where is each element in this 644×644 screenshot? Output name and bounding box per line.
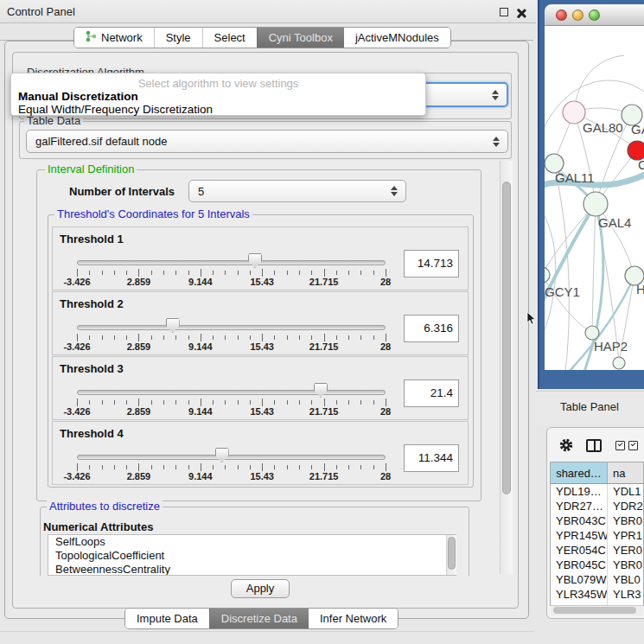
network-node[interactable] (613, 357, 625, 369)
slider-tick (89, 271, 90, 275)
threshold-panel-2: Threshold 2-3.4262.8599.14415.4321.71528… (52, 291, 469, 355)
tab-network[interactable]: Network (74, 28, 154, 48)
slider-thumb[interactable] (314, 383, 328, 398)
table-row[interactable]: YBR043CYBR0 (551, 513, 643, 528)
close-traffic-light-icon[interactable] (556, 10, 567, 21)
slider-thumb[interactable] (166, 318, 180, 333)
checkbox-checked-icon[interactable] (628, 441, 638, 450)
table-cell[interactable]: YDR27… (551, 499, 608, 513)
slider-tick (373, 335, 374, 340)
table-cell[interactable]: YBR0 (608, 558, 643, 572)
slider-tick-label: -3.426 (51, 277, 103, 287)
table-cell[interactable]: YLR3 (608, 587, 643, 602)
slider-thumb[interactable] (248, 253, 262, 268)
table-cell[interactable]: YLR345W (551, 587, 608, 602)
table-cell[interactable]: YBR045C (551, 558, 608, 572)
attribute-item-topologicalcoefficient[interactable]: TopologicalCoefficient (48, 549, 456, 563)
table-row[interactable]: YLR345WYLR3 (551, 587, 643, 602)
tab-select[interactable]: Select (202, 28, 257, 48)
tab-infer-network[interactable]: Infer Network (309, 609, 398, 628)
table-cell[interactable]: YBL079W (551, 572, 608, 587)
tab-label: Style (166, 31, 191, 44)
table-panel-title: Table Panel (560, 400, 619, 413)
table-cell[interactable]: YBL0 (608, 572, 643, 587)
table-cell[interactable]: YDL19… (551, 484, 608, 499)
slider-tick-label: 28 (360, 341, 411, 352)
slider-tick (201, 399, 201, 406)
slider-tick (175, 335, 176, 340)
tab-impute-data[interactable]: Impute Data (125, 609, 209, 628)
attributes-scrollbar-thumb[interactable] (448, 537, 456, 570)
zoom-traffic-light-icon[interactable] (589, 10, 600, 21)
attributes-list-scrollbar[interactable] (446, 535, 456, 575)
table-cell[interactable]: YBR043C (551, 513, 608, 528)
close-icon[interactable] (516, 8, 526, 17)
slider-tick (77, 334, 78, 341)
slider-tick (262, 463, 263, 471)
numerical-attributes-label: Numerical Attributes (43, 520, 153, 533)
table-cell[interactable]: YPR145W (551, 528, 608, 543)
table-cell[interactable]: YER054C (551, 543, 608, 558)
apply-button[interactable]: Apply (231, 579, 290, 598)
threshold-value-field[interactable]: 11.344 (404, 444, 459, 472)
table-column-header[interactable]: shared… (551, 462, 608, 483)
table-cell[interactable]: YER0 (608, 543, 643, 558)
attribute-item-betweennesscentrality[interactable]: BetweennessCentrality (48, 563, 456, 576)
tab-cyni-toolbox[interactable]: Cyni Toolbox (257, 28, 344, 48)
table-hscrollbar-thumb[interactable] (553, 607, 636, 614)
tab-label: Infer Network (320, 612, 386, 625)
checkbox-checked-icon[interactable] (615, 441, 625, 450)
slider-thumb[interactable] (215, 448, 229, 462)
network-icon (86, 30, 97, 45)
threshold-value-field[interactable]: 6.316 (404, 315, 459, 342)
table-row[interactable]: YPR145WYPR1 (551, 528, 643, 543)
control-panel-title: Control Panel (7, 5, 75, 18)
slider-tick (360, 465, 361, 469)
control-panel-titlebar (0, 0, 536, 23)
table-column-header[interactable]: na (608, 462, 643, 483)
threshold-value-field[interactable]: 21.4 (404, 379, 459, 407)
table-row[interactable]: YBR045CYBR0 (551, 558, 643, 572)
table-row[interactable]: YBL079WYBL0 (551, 572, 643, 587)
table-row[interactable]: YDL19…YDL1 (551, 484, 643, 499)
table-row[interactable]: YDR27…YDR2 (551, 499, 643, 513)
settings-scrollbar[interactable] (500, 161, 513, 574)
slider-tick (77, 269, 78, 277)
table-cell[interactable]: YPR1 (608, 528, 643, 543)
slider-tick-label: 9.144 (175, 341, 226, 352)
network-node[interactable] (545, 267, 550, 283)
float-window-icon[interactable] (500, 8, 508, 16)
slider-track[interactable] (77, 390, 386, 395)
tab-style[interactable]: Style (154, 28, 202, 48)
table-cell[interactable]: YBR0 (608, 513, 643, 528)
slider-tick-label: 2.859 (112, 341, 164, 352)
slider-track[interactable] (77, 325, 386, 330)
network-canvas[interactable]: GAL80GACGAL11GAL4GCY1HHAP2 (545, 26, 644, 370)
network-node[interactable] (583, 192, 608, 216)
table-data-combobox[interactable]: galFiltered.sif default node (26, 130, 508, 153)
attribute-item-selfloops[interactable]: SelfLoops (48, 535, 456, 549)
dropdown-item-manual-discretization[interactable]: Manual Discretization (18, 90, 138, 103)
gear-icon[interactable] (558, 437, 574, 453)
threshold-value-field[interactable]: 14.713 (404, 250, 459, 277)
slider-track[interactable] (77, 260, 386, 265)
table-cell[interactable]: YDL1 (608, 484, 643, 499)
network-window-titlebar[interactable] (545, 4, 644, 26)
settings-scrollbar-thumb[interactable] (502, 182, 511, 494)
node-attribute-table[interactable]: shared…na YDL19…YDL1YDR27…YDR2YBR043CYBR… (550, 462, 644, 606)
network-node[interactable] (585, 326, 599, 340)
minimize-traffic-light-icon[interactable] (572, 10, 583, 21)
slider-tick (360, 271, 361, 275)
number-of-intervals-combobox[interactable]: 5 (188, 180, 406, 202)
dropdown-item-equal-width-frequency-discretization[interactable]: Equal Width/Frequency Discretization (18, 103, 213, 116)
column-layout-icon[interactable] (586, 439, 602, 452)
tab-jactivemnodules[interactable]: jActiveMNodules (344, 28, 450, 48)
slider-tick (336, 335, 337, 340)
slider-tick (163, 335, 164, 340)
slider-track[interactable] (77, 455, 386, 460)
slider-tick (386, 399, 386, 406)
tab-discretize-data[interactable]: Discretize Data (209, 609, 309, 628)
numerical-attributes-list[interactable]: SelfLoopsTopologicalCoefficientBetweenne… (48, 534, 456, 576)
table-row[interactable]: YER054CYER0 (551, 543, 643, 558)
table-cell[interactable]: YDR2 (608, 499, 643, 513)
